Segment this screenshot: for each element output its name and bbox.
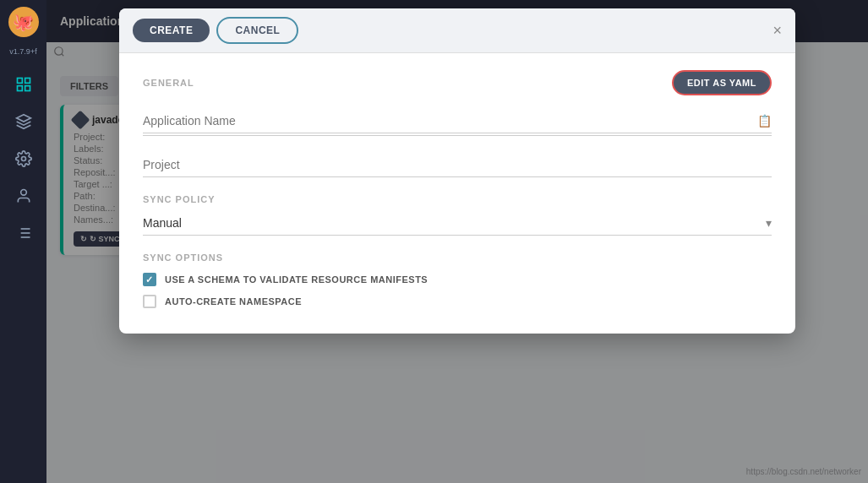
- modal-body: GENERAL EDIT AS YAML 📋 SYNC POLICY: [119, 53, 795, 334]
- clipboard-icon: 📋: [757, 114, 772, 128]
- sync-options-label: SYNC OPTIONS: [143, 252, 772, 263]
- checkbox-namespace-label: AUTO-CREATE NAMESPACE: [165, 296, 302, 307]
- create-button[interactable]: CREATE: [133, 19, 210, 42]
- project-input[interactable]: [143, 153, 772, 177]
- svg-rect-0: [17, 79, 22, 84]
- svg-rect-3: [25, 86, 30, 91]
- version-label: v1.7.9+f: [9, 47, 36, 56]
- chevron-down-icon: ▾: [766, 216, 772, 230]
- modal-overlay: CREATE CANCEL × GENERAL EDIT AS YAML 📋: [46, 0, 868, 483]
- svg-point-5: [21, 157, 25, 161]
- sync-policy-label: SYNC POLICY: [143, 194, 772, 204]
- svg-rect-2: [17, 86, 22, 91]
- sidebar-item-user[interactable]: [8, 181, 39, 211]
- sidebar: 🐙 v1.7.9+f: [0, 0, 46, 483]
- sync-policy-select[interactable]: Manual ▾: [143, 211, 772, 236]
- app-name-input-row: 📋: [143, 109, 772, 133]
- general-section-label: GENERAL EDIT AS YAML: [143, 70, 772, 95]
- sidebar-item-apps[interactable]: [8, 69, 39, 100]
- edit-yaml-button[interactable]: EDIT AS YAML: [672, 70, 772, 95]
- svg-rect-1: [25, 79, 30, 84]
- sidebar-item-layers[interactable]: [8, 106, 39, 137]
- checkbox-namespace[interactable]: [143, 295, 156, 308]
- project-field: [143, 153, 772, 177]
- app-name-field: 📋: [143, 109, 772, 136]
- sidebar-item-settings[interactable]: [8, 144, 39, 174]
- checkbox-validate-row: USE A SCHEMA TO VALIDATE RESOURCE MANIFE…: [143, 273, 772, 286]
- checkbox-validate-label: USE A SCHEMA TO VALIDATE RESOURCE MANIFE…: [165, 274, 428, 285]
- cancel-button[interactable]: CANCEL: [216, 17, 298, 44]
- checkbox-validate[interactable]: [143, 273, 156, 286]
- create-app-modal: CREATE CANCEL × GENERAL EDIT AS YAML 📋: [119, 8, 795, 334]
- main-area: Applications + NEW APP ↻ SY FILTERS java…: [46, 0, 868, 483]
- sync-policy-value: Manual: [143, 216, 182, 230]
- sidebar-item-list[interactable]: [8, 218, 39, 248]
- sync-options-section: SYNC OPTIONS USE A SCHEMA TO VALIDATE RE…: [143, 252, 772, 308]
- close-button[interactable]: ×: [772, 22, 782, 40]
- svg-marker-4: [16, 115, 30, 122]
- app-name-input[interactable]: [143, 114, 757, 128]
- avatar: 🐙: [8, 7, 39, 37]
- checkbox-namespace-row: AUTO-CREATE NAMESPACE: [143, 295, 772, 308]
- svg-point-6: [20, 190, 26, 196]
- modal-header: CREATE CANCEL ×: [119, 8, 795, 53]
